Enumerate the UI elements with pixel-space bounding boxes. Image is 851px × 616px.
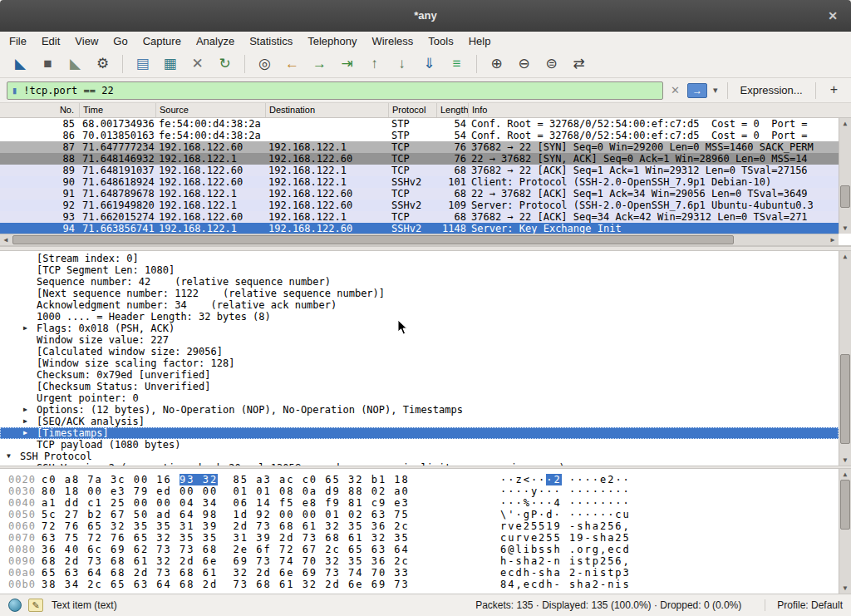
scrollbar-thumb[interactable]	[840, 480, 850, 530]
bookmark-icon[interactable]: ▮	[12, 85, 17, 96]
bytes-vscrollbar[interactable]: ▲ ▼	[839, 469, 851, 594]
auto-scroll-button[interactable]: ⇓	[416, 52, 442, 76]
menu-wireless[interactable]: Wireless	[364, 33, 421, 49]
details-vscrollbar[interactable]: ▲ ▼	[839, 251, 851, 466]
detail-line[interactable]: Sequence number: 42 (relative sequence n…	[0, 276, 839, 288]
start-capture-button[interactable]: ◣	[7, 52, 33, 76]
detail-line[interactable]: Window size value: 227	[0, 334, 839, 346]
menu-file[interactable]: File	[2, 33, 34, 49]
filter-apply-button[interactable]: →	[687, 83, 707, 98]
packet-row-91[interactable]: 9171.648789678192.168.122.1192.168.122.6…	[0, 188, 839, 200]
column-header-destination[interactable]: Destination	[266, 103, 389, 117]
detail-line[interactable]: Checksum: 0x79ed [unverified]	[0, 369, 839, 381]
hex-row-0020[interactable]: 0020c0 a8 7a 3c 00 16 93 32 85 a3 ac c0 …	[0, 474, 839, 485]
hex-row-00a0[interactable]: 00a065 63 64 68 2d 73 68 61 32 2d 6e 69 …	[0, 567, 839, 579]
display-filter-input[interactable]: !tcp.port == 22	[23, 85, 658, 96]
column-header-protocol[interactable]: Protocol	[389, 103, 437, 117]
go-to-top-button[interactable]: ↑	[362, 52, 387, 76]
profile-status[interactable]: Profile: Default	[765, 599, 843, 611]
find-packet-button[interactable]: ◎	[252, 52, 278, 76]
menu-edit[interactable]: Edit	[34, 33, 67, 49]
hex-row-0070[interactable]: 007063 75 72 76 65 32 35 35 31 39 2d 73 …	[0, 532, 839, 544]
detail-line[interactable]: [Window size scaling factor: 128]	[0, 357, 839, 369]
packet-row-90[interactable]: 9071.648618924192.168.122.60192.168.122.…	[0, 176, 839, 188]
go-back-button[interactable]: ←	[279, 52, 305, 76]
packet-list-hscrollbar[interactable]: ◀ ▶	[0, 234, 839, 245]
detail-line[interactable]: Urgent pointer: 0	[0, 392, 839, 404]
hex-row-0060[interactable]: 006072 76 65 32 35 35 31 39 2d 73 68 61 …	[0, 520, 839, 532]
zoom-in-button[interactable]: ⊕	[484, 52, 509, 76]
packet-list-vscrollbar[interactable]: ▲ ▼	[839, 118, 851, 234]
menu-statistics[interactable]: Statistics	[242, 33, 300, 49]
scroll-down-icon[interactable]: ▼	[839, 583, 851, 594]
restart-capture-button[interactable]: ◣	[62, 52, 88, 76]
go-to-bottom-button[interactable]: ↓	[389, 52, 415, 76]
resize-columns-button[interactable]: ⇄	[566, 52, 592, 76]
hex-row-0040[interactable]: 0040a1 dd c1 25 00 00 04 34 06 14 f5 e8 …	[0, 497, 839, 509]
column-header-time[interactable]: Time	[80, 103, 156, 117]
menu-go[interactable]: Go	[106, 33, 135, 49]
scroll-up-icon[interactable]: ▲	[839, 118, 851, 129]
scroll-left-icon[interactable]: ◀	[0, 234, 12, 245]
column-header-source[interactable]: Source	[156, 103, 266, 117]
expand-icon[interactable]: ▶	[23, 416, 37, 427]
scroll-down-icon[interactable]: ▼	[839, 223, 851, 234]
detail-line[interactable]: [Calculated window size: 29056]	[0, 346, 839, 357]
zoom-original-button[interactable]: ⊜	[539, 52, 564, 76]
open-capture-file-button[interactable]: ▤	[130, 52, 155, 76]
menu-view[interactable]: View	[67, 33, 106, 49]
packet-row-93[interactable]: 9371.662015274192.168.122.60192.168.122.…	[0, 211, 839, 223]
save-capture-file-button[interactable]: ▦	[157, 52, 183, 76]
detail-line[interactable]: ▶Options: (12 bytes), No-Operation (NOP)…	[0, 404, 839, 416]
expand-icon[interactable]: ▶	[23, 427, 37, 439]
filter-clear-icon[interactable]: ✕	[667, 84, 683, 96]
scroll-up-icon[interactable]: ▲	[839, 469, 851, 480]
scrollbar-thumb[interactable]	[12, 235, 734, 244]
packet-row-87[interactable]: 8771.647777234192.168.122.60192.168.122.…	[0, 141, 839, 153]
hex-row-00b0[interactable]: 00b038 34 2c 65 63 64 68 2d 73 68 61 32 …	[0, 579, 839, 590]
menu-help[interactable]: Help	[461, 33, 499, 49]
column-header-length[interactable]: Length	[437, 103, 469, 117]
close-window-button[interactable]: ✕	[824, 9, 841, 22]
menu-analyze[interactable]: Analyze	[189, 33, 242, 49]
display-filter-entry[interactable]: ▮ !tcp.port == 22	[7, 81, 663, 100]
colorize-packets-button[interactable]: ≡	[444, 52, 470, 76]
column-header-no[interactable]: No.	[0, 103, 80, 117]
packet-row-89[interactable]: 8971.648191037192.168.122.60192.168.122.…	[0, 165, 839, 176]
detail-line[interactable]: ▼SSH Protocol	[0, 451, 839, 462]
expand-icon[interactable]: ▶	[23, 323, 37, 334]
scrollbar-thumb[interactable]	[840, 185, 850, 209]
hex-row-0030[interactable]: 003080 18 00 e3 79 ed 00 00 01 01 08 0a …	[0, 485, 839, 497]
capture-comment-icon[interactable]: ✎	[28, 599, 43, 612]
close-capture-file-button[interactable]: ✕	[184, 52, 210, 76]
detail-line[interactable]: [TCP Segment Len: 1080]	[0, 264, 839, 276]
reload-capture-file-button[interactable]: ↻	[212, 52, 238, 76]
scroll-up-icon[interactable]: ▲	[839, 251, 851, 262]
detail-line[interactable]: Acknowledgment number: 34 (relative ack …	[0, 299, 839, 311]
titlebar[interactable]: *any ✕	[0, 0, 851, 32]
packet-row-92[interactable]: 9271.661949820192.168.122.1192.168.122.6…	[0, 200, 839, 211]
zoom-out-button[interactable]: ⊖	[511, 52, 537, 76]
detail-line[interactable]: [Checksum Status: Unverified]	[0, 381, 839, 392]
detail-line[interactable]: 1000 .... = Header Length: 32 bytes (8)	[0, 311, 839, 323]
detail-line[interactable]: TCP payload (1080 bytes)	[0, 439, 839, 451]
detail-line[interactable]: [Next sequence number: 1122 (relative se…	[0, 288, 839, 299]
expand-icon[interactable]: ▼	[7, 451, 20, 462]
packet-row-86[interactable]: 8670.013850163fe:54:00:d4:38:2aSTP54Conf…	[0, 130, 839, 141]
expand-icon[interactable]: ▶	[23, 404, 37, 416]
packet-row-88[interactable]: 8871.648146932192.168.122.1192.168.122.6…	[0, 153, 839, 165]
menu-telephony[interactable]: Telephony	[300, 33, 364, 49]
detail-line[interactable]: ▶Flags: 0x018 (PSH, ACK)	[0, 323, 839, 334]
packet-row-94[interactable]: 9471.663856741192.168.122.1192.168.122.6…	[0, 223, 839, 234]
hex-row-0050[interactable]: 00505c 27 b2 67 50 ad 64 98 1d 92 00 00 …	[0, 509, 839, 520]
menu-tools[interactable]: Tools	[421, 33, 460, 49]
hex-row-0080[interactable]: 008036 40 6c 69 62 73 73 68 2e 6f 72 67 …	[0, 544, 839, 555]
column-header-info[interactable]: Info	[469, 103, 851, 117]
expert-info-icon[interactable]	[8, 599, 22, 612]
detail-line[interactable]: ▶[Timestamps]	[0, 427, 839, 439]
expression-button[interactable]: Expression...	[735, 84, 808, 96]
hex-row-0090[interactable]: 009068 2d 73 68 61 32 2d 6e 69 73 74 70 …	[0, 555, 839, 567]
detail-line[interactable]: [Stream index: 0]	[0, 253, 839, 264]
filter-dropdown-icon[interactable]: ▾	[711, 85, 720, 96]
go-forward-button[interactable]: →	[307, 52, 332, 76]
